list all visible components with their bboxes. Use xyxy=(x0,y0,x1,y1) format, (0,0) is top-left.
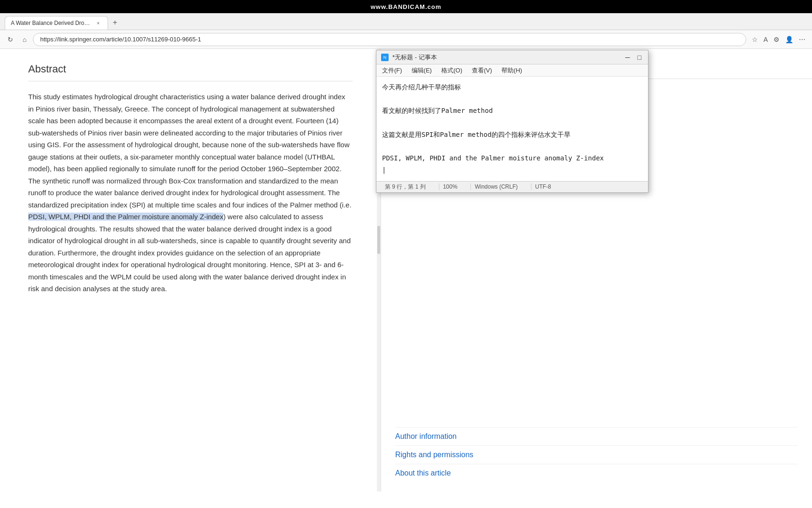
notepad-line-6 xyxy=(382,141,642,152)
notepad-controls: ─ □ xyxy=(624,54,643,61)
notepad-menubar: 文件(F) 编辑(E) 格式(O) 查看(V) 帮助(H) xyxy=(376,64,648,77)
bookmark-icon[interactable]: ☆ xyxy=(750,34,760,45)
refresh-button[interactable]: ↻ xyxy=(5,34,16,45)
bandicam-text: www.BANDICAM.com xyxy=(371,3,442,10)
notepad-window: N *无标题 - 记事本 ─ □ 文件(F) 编辑(E) 格式(O) 查看(V)… xyxy=(376,50,648,193)
notepad-line-7: PDSI, WPLM, PHDI and the Palmer moisture… xyxy=(382,152,642,164)
notepad-line-3: 看文献的时候找到了Palmer method xyxy=(382,105,642,117)
notepad-maximize-button[interactable]: □ xyxy=(636,54,643,61)
browser-toolbar: ↻ ⌂ ☆ A ⚙ 👤 ⋯ xyxy=(0,30,812,49)
notepad-text-area[interactable]: 今天再介绍几种干旱的指标 看文献的时候找到了Palmer method 这篇文献… xyxy=(376,77,648,181)
more-icon[interactable]: ⋯ xyxy=(797,34,807,45)
notepad-title: *无标题 - 记事本 xyxy=(392,53,620,62)
notepad-menu-view[interactable]: 查看(V) xyxy=(470,65,494,76)
scroll-thumb xyxy=(377,226,380,254)
notepad-line-2 xyxy=(382,93,642,105)
notepad-app-icon: N xyxy=(381,54,389,61)
profile-icon[interactable]: 👤 xyxy=(783,34,795,45)
abstract-text-part2: ) were also calculated to assess hydrolo… xyxy=(28,213,351,293)
highlighted-text: PDSI, WPLM, PHDI and the Palmer moisture… xyxy=(28,213,223,221)
active-tab[interactable]: A Water Balance Derived Droug... × xyxy=(5,16,108,30)
notepad-icon-text: N xyxy=(383,55,387,60)
sidebar-link-rights[interactable]: Rights and permissions xyxy=(395,445,798,464)
extension-icon[interactable]: ⚙ xyxy=(772,34,781,45)
notepad-menu-format[interactable]: 格式(O) xyxy=(439,65,464,76)
tab-bar: A Water Balance Derived Droug... × + xyxy=(0,13,812,30)
notepad-titlebar: N *无标题 - 记事本 ─ □ xyxy=(376,50,648,64)
notepad-menu-edit[interactable]: 编辑(E) xyxy=(410,65,434,76)
toolbar-icons: ☆ A ⚙ 👤 ⋯ xyxy=(750,34,807,45)
notepad-status-zoom: 100% xyxy=(439,183,461,190)
tab-close-button[interactable]: × xyxy=(94,19,102,27)
tab-title: A Water Balance Derived Droug... xyxy=(11,20,91,26)
address-bar[interactable] xyxy=(33,33,746,46)
sidebar-link-about[interactable]: About this article xyxy=(395,464,798,482)
notepad-cursor-line: | xyxy=(382,164,642,176)
bandicam-watermark: www.BANDICAM.com xyxy=(0,0,812,13)
notepad-menu-file[interactable]: 文件(F) xyxy=(380,65,404,76)
notepad-statusbar: 第 9 行，第 1 列 100% Windows (CRLF) UTF-8 xyxy=(376,181,648,192)
sidebar-link-author[interactable]: Author information xyxy=(395,427,798,445)
notepad-menu-help[interactable]: 帮助(H) xyxy=(500,65,524,76)
notepad-line-1: 今天再介绍几种干旱的指标 xyxy=(382,81,642,93)
abstract-body: This study estimates hydrological drough… xyxy=(28,91,352,295)
notepad-status-encoding: UTF-8 xyxy=(531,183,555,190)
notepad-line-5: 这篇文献是用SPI和Palmer method的四个指标来评估水文干旱 xyxy=(382,129,642,141)
notepad-status-line-ending: Windows (CRLF) xyxy=(470,183,521,190)
translate-icon[interactable]: A xyxy=(762,34,770,45)
home-button[interactable]: ⌂ xyxy=(20,34,29,45)
abstract-text-part1: This study estimates hydrological drough… xyxy=(28,93,351,209)
notepad-status-position: 第 9 行，第 1 列 xyxy=(381,183,429,191)
new-tab-button[interactable]: + xyxy=(108,16,122,30)
notepad-line-4 xyxy=(382,117,642,129)
notepad-minimize-button[interactable]: ─ xyxy=(624,54,632,61)
abstract-title: Abstract xyxy=(28,63,352,81)
article-area: Abstract This study estimates hydrologic… xyxy=(0,49,381,492)
main-content: Abstract This study estimates hydrologic… xyxy=(0,49,812,492)
